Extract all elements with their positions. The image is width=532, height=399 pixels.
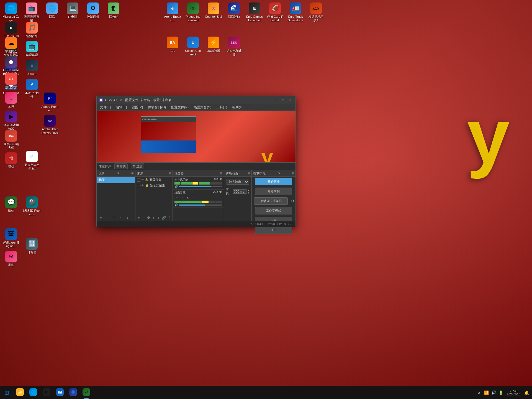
obs-source-settings-button[interactable]: ⚙ [147,215,150,220]
icon-wallpaper[interactable]: 🖼 Wallpaper Engine... [1,227,21,249]
menu-tools[interactable]: 工具(T) [214,104,229,110]
obs-source-add-button[interactable]: + [137,215,140,220]
icon-edge[interactable]: 🌐 Microsoft Edge [1,1,21,23]
obs-scene-up-button[interactable]: ↑ [118,215,123,220]
obs-scene-copy-button[interactable]: ⊡ [112,215,117,220]
obs-source-display-checkbox[interactable] [137,184,140,187]
obs-exit-button[interactable]: 退出 [255,226,292,234]
obs-controls-settings-icon[interactable]: ⚙ [277,172,280,175]
icon-adobe-pr[interactable]: Pr Adobe Premie... [40,91,60,113]
taskbar-battery-icon[interactable]: 🔋 [497,386,504,399]
obs-scene-item[interactable]: 场景 [97,177,135,183]
icon-cloud[interactable]: ☁ 客观网盘 [1,36,21,54]
taskbar-cmd[interactable]: C [40,386,53,399]
menu-dock[interactable]: 停靠窗口(D) [146,104,168,110]
icon-interactable[interactable]: ↕ 互传 [1,91,21,109]
obs-mixer-expand-icon[interactable]: ⊞ [220,172,222,175]
icon-arena[interactable]: 🏟 Arena Breako... [163,1,182,23]
menu-view[interactable]: 视图(V) [130,104,145,110]
taskbar-browser2[interactable]: 🔵 [66,386,80,399]
taskbar-edge[interactable]: 🌐 [27,386,40,399]
icon-gameplus[interactable]: G+ 游戏加加 [1,72,21,90]
icon-zengge[interactable]: 増 增格 [1,151,21,170]
obs-minimize-button[interactable]: − [273,98,279,102]
icon-adobe-ae[interactable]: Ae Adobe After Effects 2024 [40,114,60,136]
icon-network[interactable]: 🌐 网络 [42,1,62,23]
obs-virtual-cam-settings-button[interactable]: ⚙ [290,198,295,204]
obs-start-stream-button[interactable]: 开始直播 [255,178,292,185]
obs-mixer-desktop-more-icon[interactable]: ⋮ [191,195,196,200]
icon-163[interactable]: 163 网易部部赠大师 [1,129,21,151]
obs-transition-expand-icon[interactable]: ⊞ [248,172,250,175]
taskbar-notification-icon[interactable]: 🔔 [523,386,530,399]
obs-scene-down-button[interactable]: ↓ [125,215,130,220]
obs-mixer-mic-mute-icon[interactable]: 🔊 [174,185,178,188]
obs-mixer-desktop-add-icon[interactable]: + [174,195,179,200]
obs-source-remove-button[interactable]: − [142,215,145,220]
obs-start-virtual-cam-button[interactable]: 启动虚拟摄像机 [254,197,288,205]
taskbar-clock[interactable]: 22:30 2024/3/15 [505,389,523,396]
icon-vivo[interactable]: V vivo办公软件 [22,78,42,99]
taskbar-file-explorer[interactable]: 📁 [13,386,27,399]
obs-studio-toggle[interactable]: ⊡ 过渡 [131,163,144,169]
obs-scene-add-button[interactable]: + [98,215,103,220]
obs-source-expand-icon[interactable]: ⊞ [169,172,171,175]
obs-mixer-desktop-remove-icon[interactable]: − [180,195,185,200]
menu-help[interactable]: 帮助(H) [230,104,246,110]
obs-mixer-desktop-settings-icon[interactable]: ⚙ [186,195,191,200]
obs-maximize-button[interactable]: □ [280,98,286,102]
obs-mixer-desktop-mute-icon[interactable]: 🔊 [174,203,178,206]
obs-transition-duration-up[interactable]: ▲ [248,189,250,191]
icon-bilibili[interactable]: 📺 哔哩哔哩直播 [22,1,41,23]
obs-transition-duration-down[interactable]: ▼ [248,192,250,194]
taskbar-thunderbird[interactable]: 📧 [53,386,66,399]
obs-scene-expand-icon[interactable]: ⊞ [131,172,133,175]
obs-source-more-button[interactable]: ⋮ [168,215,171,220]
obs-source-item-display[interactable]: 👁 🔒 显示器采集 [135,183,173,188]
menu-file[interactable]: 文件(F) [98,104,113,110]
obs-mixer-desktop-slider[interactable] [179,204,222,206]
icon-uu[interactable]: ⚡ UU加速器 [204,35,223,57]
icon-steam[interactable]: ♨ Steam [22,58,42,77]
obs-scene-remove-button[interactable]: − [105,215,110,220]
obs-preview-toggle[interactable]: ⊡ 开关 [114,163,128,169]
obs-start-record-button[interactable]: 开始录制 [255,188,292,195]
icon-recycle[interactable]: 🗑 回收站 [104,1,123,23]
obs-source-up-button[interactable]: ↑ [152,215,155,220]
icon-wildcard[interactable]: 🏈 Wild Card Football [265,1,285,23]
icon-ubisoft[interactable]: U Ubisoft Connect [183,35,203,57]
menu-profile[interactable]: 配置文件(P) [169,104,191,110]
menu-edit[interactable]: 编辑(E) [114,104,129,110]
icon-newtxt[interactable]: 📄 新建文本文档.txt [22,150,42,172]
icon-calc[interactable]: 🔢 计算器 [22,237,42,255]
icon-shen[interactable]: 🌊 深海迷航 [224,1,244,23]
icon-kuwo[interactable]: 🎵 酷狗音乐 [22,21,42,39]
obs-source-down-button[interactable]: ↓ [157,215,160,220]
icon-lingding[interactable]: ❄ 零冬 [1,250,21,268]
taskbar-network-icon[interactable]: 📶 [483,386,490,399]
icon-pool[interactable]: 🎱 球球2D Poolians [22,195,42,217]
obs-transition-duration-input[interactable] [233,189,246,194]
obs-mixer-mic-slider[interactable] [179,186,222,187]
obs-transition-select[interactable]: 淡入淡出 [227,179,249,185]
obs-close-button[interactable]: ✕ [287,98,293,102]
obs-scene-settings-icon[interactable]: ⚙ [117,172,119,175]
obs-source-window-checkbox[interactable]: ✓ [137,178,140,181]
icon-control-panel[interactable]: ⚙ 控制面板 [83,1,103,23]
taskbar-volume-icon[interactable]: 🔊 [490,386,497,399]
icon-epic[interactable]: E Epic Games Launcher [245,1,264,23]
icon-gamespeed[interactable]: ▶ 游备游戏加速器 [1,110,21,132]
obs-source-item-window[interactable]: ✓ ✏ 🔒 窗口采集 [135,177,173,183]
icon-wechat[interactable]: 💬 微信 [1,195,21,214]
icon-jisu[interactable]: 🏎 极速跑地平线4 [306,1,326,23]
obs-controls-expand-icon[interactable]: ⊞ [292,172,294,175]
icon-ruyi[interactable]: 如意 游资电加速器 [224,35,244,57]
icon-counter[interactable]: 🎯 Counter-Si 2 [204,1,223,23]
obs-studio-mode-button[interactable]: 工作室模式 [255,207,292,214]
taskbar-tray-expand[interactable]: ∧ [476,386,482,399]
menu-scene-collection[interactable]: 场景集合(S) [191,104,214,110]
icon-eurotruck[interactable]: 🚛 Euro Truck Simulator 2 [286,1,305,23]
icon-computer[interactable]: 💻 此电脑 [63,1,82,23]
icon-plague[interactable]: ☣ Plague Inc Evolved [183,1,203,23]
icon-kugou[interactable]: 📺 哔哩哔哩 [22,40,42,58]
